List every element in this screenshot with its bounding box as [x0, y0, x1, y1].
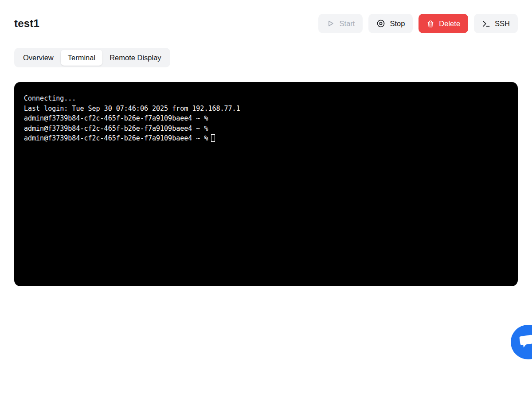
chat-fab-button[interactable] [511, 325, 532, 359]
header: test1 Start Stop [14, 0, 518, 33]
ssh-button[interactable]: SSH [474, 14, 518, 33]
delete-button[interactable]: Delete [419, 14, 468, 33]
terminal-line: Connecting... [24, 93, 508, 104]
start-button-label: Start [340, 20, 355, 27]
action-buttons: Start Stop [318, 14, 518, 33]
tab-terminal[interactable]: Terminal [61, 50, 102, 66]
tab-remote-display[interactable]: Remote Display [102, 50, 168, 66]
terminal-cursor [211, 134, 215, 142]
terminal-prompt-line: admin@f3739b84-cf2c-465f-b26e-f7a9109bae… [24, 133, 508, 144]
stop-button-label: Stop [390, 20, 405, 27]
page-title: test1 [14, 17, 39, 30]
stop-circle-icon [376, 19, 385, 28]
tab-bar: Overview Terminal Remote Display [14, 48, 170, 67]
terminal-line: admin@f3739b84-cf2c-465f-b26e-f7a9109bae… [24, 134, 208, 142]
terminal-window[interactable]: Connecting... Last login: Tue Sep 30 07:… [14, 82, 518, 286]
stop-button[interactable]: Stop [368, 14, 413, 33]
terminal-prompt-icon [482, 19, 490, 28]
play-icon [326, 19, 335, 28]
ssh-button-label: SSH [495, 20, 510, 27]
terminal-line: admin@f3739b84-cf2c-465f-b26e-f7a9109bae… [24, 113, 508, 124]
chat-bubble-icon [511, 333, 532, 352]
page: test1 Start Stop [0, 0, 532, 286]
delete-button-label: Delete [439, 20, 460, 27]
start-button[interactable]: Start [318, 14, 363, 33]
terminal-line: admin@f3739b84-cf2c-465f-b26e-f7a9109bae… [24, 124, 508, 134]
terminal-line: Last login: Tue Sep 30 07:46:06 2025 fro… [24, 104, 508, 114]
tab-overview[interactable]: Overview [16, 50, 61, 66]
trash-icon [426, 19, 434, 28]
